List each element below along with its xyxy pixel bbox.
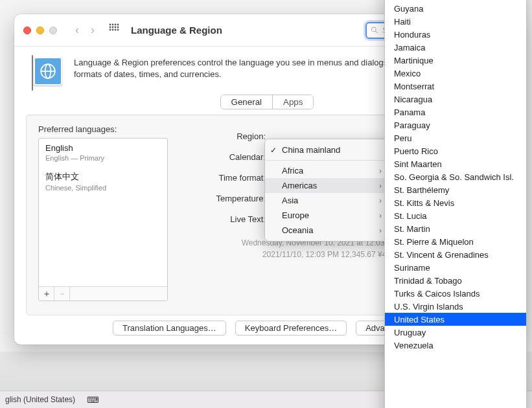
region-menu-europe[interactable]: Europe› [265, 208, 393, 223]
translation-languages-button[interactable]: Translation Languages… [113, 321, 226, 335]
input-source-label[interactable]: glish (United States) [5, 395, 75, 404]
zoom-button [49, 27, 57, 34]
country-option[interactable]: Uruguay [385, 326, 526, 339]
country-option[interactable]: United States [385, 313, 526, 326]
show-all-icon[interactable] [109, 23, 119, 37]
country-option[interactable]: Puerto Rico [385, 144, 526, 157]
country-option[interactable]: U.S. Virgin Islands [385, 300, 526, 313]
svg-point-8 [110, 29, 111, 31]
region-label: Region: [187, 131, 268, 141]
preferred-languages-list[interactable]: English English — Primary 简体中文 Chinese, … [38, 138, 168, 301]
globe-flag-icon [34, 57, 62, 85]
timeformat-label: Time format: [187, 173, 268, 183]
country-option[interactable]: Panama [385, 106, 526, 119]
keyboard-icon[interactable]: ⌨ [87, 395, 99, 405]
country-option[interactable]: Suriname [385, 261, 526, 274]
temperature-label: Temperature: [187, 194, 268, 203]
chevron-right-icon: › [379, 211, 382, 220]
region-submenu: GuatemalaGuyanaHaitiHondurasJamaicaMarti… [384, 0, 527, 408]
region-menu: ✓ China mainland Africa›Americas›Asia›Eu… [264, 139, 394, 242]
tab-apps[interactable]: Apps [272, 95, 313, 109]
country-option[interactable]: Martinique [385, 54, 526, 67]
svg-point-9 [112, 29, 114, 31]
country-option[interactable]: Nicaragua [385, 93, 526, 106]
svg-point-5 [112, 27, 114, 28]
tabs: General Apps [220, 95, 314, 109]
region-menu-current[interactable]: ✓ China mainland [265, 142, 393, 157]
close-button[interactable] [23, 27, 31, 34]
country-option[interactable]: Honduras [385, 28, 526, 41]
svg-point-4 [110, 27, 111, 28]
country-option[interactable]: So. Georgia & So. Sandwich Isl. [385, 170, 526, 183]
calendar-label: Calendar: [187, 152, 268, 162]
page-title: Language & Region [131, 25, 222, 36]
country-option[interactable]: St. Kitts & Nevis [385, 196, 526, 209]
svg-line-13 [376, 31, 378, 33]
header-description: Language & Region preferences control th… [74, 57, 417, 80]
region-menu-americas[interactable]: Americas› [265, 178, 393, 193]
chevron-right-icon: › [379, 166, 382, 176]
country-option[interactable]: St. Pierre & Miquelon [385, 235, 526, 248]
tab-general[interactable]: General [221, 95, 272, 109]
svg-point-0 [110, 24, 111, 26]
svg-point-10 [115, 29, 117, 31]
svg-point-11 [117, 29, 119, 31]
country-option[interactable]: St. Martin [385, 222, 526, 235]
region-menu-asia[interactable]: Asia› [265, 193, 393, 208]
country-option[interactable]: Montserrat [385, 80, 526, 93]
country-option[interactable]: Peru [385, 131, 526, 144]
add-language-button[interactable]: ＋ [39, 287, 54, 300]
country-option[interactable]: Venezuela [385, 339, 526, 352]
svg-point-3 [117, 24, 119, 26]
checkmark-icon: ✓ [270, 146, 277, 155]
remove-language-button: － [54, 287, 70, 300]
country-option[interactable]: Mexico [385, 67, 526, 80]
country-option[interactable]: St. Barthélemy [385, 183, 526, 196]
svg-point-1 [112, 24, 114, 26]
country-option[interactable]: St. Vincent & Grenadines [385, 248, 526, 261]
country-option[interactable]: St. Lucia [385, 209, 526, 222]
country-option[interactable]: Trinidad & Tobago [385, 274, 526, 287]
country-option[interactable]: Haiti [385, 15, 526, 28]
region-menu-oceania[interactable]: Oceania› [265, 223, 393, 238]
region-menu-africa[interactable]: Africa› [265, 163, 393, 178]
window-controls [23, 27, 57, 34]
search-icon [371, 26, 378, 34]
list-item[interactable]: English English — Primary [39, 139, 167, 166]
country-option[interactable]: Sint Maarten [385, 157, 526, 170]
keyboard-preferences-button[interactable]: Keyboard Preferences… [235, 321, 347, 335]
chevron-right-icon: › [379, 181, 382, 190]
forward-button: › [91, 23, 95, 37]
chevron-right-icon: › [379, 196, 382, 205]
svg-point-2 [115, 24, 117, 26]
svg-point-7 [117, 27, 119, 28]
country-option[interactable]: Paraguay [385, 119, 526, 131]
country-option[interactable]: Turks & Caicos Islands [385, 287, 526, 300]
country-option[interactable]: Jamaica [385, 41, 526, 54]
list-item[interactable]: 简体中文 Chinese, Simplified [39, 166, 167, 196]
svg-point-6 [115, 27, 117, 28]
livetext-label: Live Text: [187, 214, 268, 224]
back-button[interactable]: ‹ [75, 23, 79, 37]
country-option[interactable]: Guyana [385, 2, 526, 15]
chevron-right-icon: › [379, 226, 382, 235]
minimize-button[interactable] [36, 27, 44, 34]
